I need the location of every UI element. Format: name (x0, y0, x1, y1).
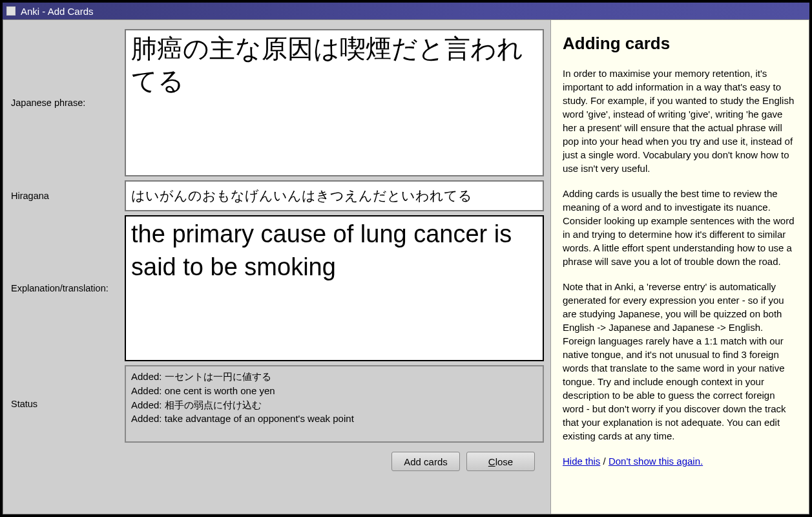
status-box: Added: 一セントは一円に値するAdded: one cent is wor… (125, 365, 544, 443)
button-row: Add cards Close (125, 447, 544, 471)
window-title: Anki - Add Cards (21, 6, 94, 17)
status-line: Added: 一セントは一円に値する (131, 370, 537, 384)
row-hiragana: Hiragana (11, 180, 544, 211)
titlebar[interactable]: Anki - Add Cards (3, 3, 809, 19)
status-line: Added: 相手の弱点に付け込む (131, 398, 537, 412)
help-links: Hide this / Don't show this again. (563, 454, 796, 468)
row-explanation: Explanation/translation: (11, 215, 544, 361)
hiragana-input[interactable] (125, 180, 544, 211)
help-paragraph: Adding cards is usually the best time to… (563, 187, 796, 268)
close-button[interactable]: Close (466, 452, 535, 471)
explanation-input[interactable] (125, 215, 544, 361)
label-hiragana: Hiragana (11, 191, 125, 201)
link-separator: / (600, 456, 609, 467)
row-status: Status Added: 一セントは一円に値するAdded: one cent… (11, 365, 544, 443)
window-frame: Anki - Add Cards Japanese phrase: Hiraga… (0, 0, 812, 517)
form-pane: Japanese phrase: Hiragana Explanation/tr… (3, 20, 550, 514)
help-paragraph: Note that in Anki, a 'reverse entry' is … (563, 280, 796, 443)
row-japanese: Japanese phrase: (11, 29, 544, 176)
label-status: Status (11, 399, 125, 409)
dont-show-again-link[interactable]: Don't show this again. (609, 456, 703, 467)
status-line: Added: take advantage of an opponent's w… (131, 412, 537, 426)
help-heading: Adding cards (563, 32, 796, 55)
japanese-phrase-input[interactable] (125, 29, 544, 176)
status-line: Added: one cent is worth one yen (131, 384, 537, 398)
help-pane: Adding cards In order to maximise your m… (550, 20, 809, 514)
label-explanation: Explanation/translation: (11, 283, 125, 293)
help-paragraph: In order to maximise your memory retenti… (563, 67, 796, 175)
add-cards-button[interactable]: Add cards (391, 452, 460, 471)
app-icon (6, 6, 16, 16)
hide-this-link[interactable]: Hide this (563, 456, 600, 467)
label-japanese: Japanese phrase: (11, 98, 125, 108)
content-area: Japanese phrase: Hiragana Explanation/tr… (3, 19, 809, 514)
